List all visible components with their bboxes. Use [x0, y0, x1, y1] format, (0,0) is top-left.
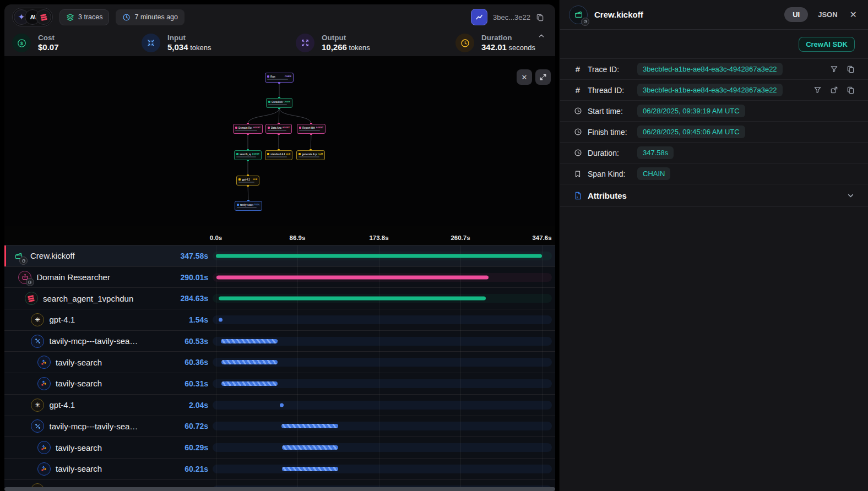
span-track [213, 443, 552, 452]
span-row[interactable]: tavily-search60.31s [4, 373, 555, 395]
clock-icon [573, 107, 582, 115]
trace-viewer-app: ✦ A\ 3 traces 7 minutes ago 3bec...3e22 [0, 0, 868, 491]
time-ago-label: 7 minutes ago [134, 13, 178, 21]
tools-icon [31, 419, 45, 433]
graph-node-domain[interactable]: Domain ResearcherAGENT [233, 124, 263, 134]
node-kind-badge: LLM [253, 178, 257, 181]
node-type-icon [237, 204, 239, 206]
details-title: Crew.kickoff [594, 10, 643, 19]
span-row[interactable]: Domain Researcher290.01s [4, 267, 555, 288]
node-kind-badge: TOOL [254, 204, 260, 206]
span-row[interactable]: ✳gpt-4.12.04s [4, 395, 555, 416]
span-duration: 60.36s [185, 358, 208, 367]
attributes-label: Attributes [588, 191, 627, 200]
node-kind-badge: AGENT [316, 127, 323, 129]
span-duration: 290.01s [180, 273, 208, 282]
span-row[interactable]: tavily-mcp---tavily-sea…60.53s [4, 331, 555, 352]
span-bar [221, 381, 278, 386]
chevron-down-icon[interactable] [847, 192, 855, 200]
span-row[interactable]: tavily-search60.36s [4, 352, 555, 373]
span-name: gpt-4.1 [50, 400, 75, 410]
span-name: tavily-mcp---tavily-sea… [50, 422, 138, 431]
field-row-spankind: Span Kind:CHAIN [560, 163, 868, 184]
span-row[interactable]: Crew.kickoff347.58s [4, 246, 555, 267]
node-type-icon [236, 153, 238, 155]
horizontal-scrollbar[interactable] [4, 487, 555, 491]
node-label: Data Analyst [271, 127, 281, 129]
span-row[interactable]: ✳gpt-4.11.54s [4, 309, 555, 331]
graph-node-report[interactable]: Report WriterAGENT [297, 124, 326, 134]
span-duration: 284.63s [180, 294, 208, 303]
span-details-panel: Crew.kickoff UI JSON ✕ CrewAI SDK #Trace… [560, 0, 868, 491]
field-row-duration: Duration:347.58s [560, 143, 868, 163]
field-row-starttime: Start time:06/28/2025, 09:39:19 AM UTC [560, 101, 868, 122]
span-row[interactable]: tavily-mcp---tavily-sea…60.72s [4, 416, 555, 438]
graph-node-crew[interactable]: Crew.kickoffCHAIN [266, 98, 292, 108]
graph-node-std[interactable]: standard & PromptLLM [265, 150, 292, 160]
graph-node-gpt[interactable]: gpt-4.1LLM [236, 176, 259, 186]
copy-icon[interactable] [536, 13, 544, 21]
traces-count-pill[interactable]: 3 traces [59, 9, 109, 25]
copy-icon[interactable] [847, 86, 855, 94]
node-kind-badge: CHAIN [284, 101, 290, 103]
span-bar [219, 318, 223, 321]
span-row[interactable]: tavily-search60.29s [4, 437, 555, 459]
tools-icon [31, 334, 45, 348]
node-kind-badge: AGENT [283, 127, 290, 129]
output-icon [296, 34, 314, 52]
span-row[interactable]: search_agent_1vpchdun284.63s [4, 288, 555, 309]
node-label: Crew.kickoff [272, 101, 283, 103]
span-bar [221, 360, 278, 364]
attributes-row[interactable]: Attributes [560, 184, 868, 207]
span-name: Domain Researcher [37, 272, 110, 282]
tab-ui[interactable]: UI [784, 7, 808, 22]
graph-node-data[interactable]: Data AnalystAGENT [265, 124, 292, 134]
external-link-icon[interactable] [830, 86, 838, 94]
graph-close-button[interactable]: ✕ [517, 69, 532, 85]
span-name: tavily-search [56, 464, 102, 473]
field-value: 3becbfed-a1be-ae84-ea3c-4942867a3e22 [637, 84, 783, 96]
trace-header-row: ✦ A\ 3 traces 7 minutes ago 3bec...3e22 [4, 4, 555, 30]
sdk-badge-row: CrewAI SDK [560, 30, 868, 59]
node-type-icon [267, 75, 269, 78]
collapse-chevron-up-icon[interactable] [538, 32, 545, 40]
node-subtext [268, 104, 287, 105]
graph-node-run[interactable]: RunCHAIN [265, 73, 294, 83]
span-track [213, 465, 552, 473]
graph-node-tav[interactable]: tavily-searchTOOL [235, 201, 262, 211]
traces-count-label: 3 traces [78, 13, 102, 21]
filter-icon[interactable] [813, 86, 822, 94]
span-bar [282, 445, 339, 450]
axis-tick: 260.7s [451, 234, 470, 241]
crewai-sdk-badge[interactable]: CrewAI SDK [799, 37, 855, 52]
node-label: tavily-search [240, 204, 253, 206]
axis-tick: 0.0s [210, 234, 222, 241]
span-bar [221, 339, 278, 343]
provider-avatars: ✦ A\ [12, 8, 53, 26]
span-fields: #Trace ID:3becbfed-a1be-ae84-ea3c-494286… [560, 59, 868, 184]
hash-icon: # [573, 85, 582, 95]
trace-chart-button[interactable] [471, 9, 487, 25]
tavily-icon [37, 462, 51, 476]
field-label: Start time: [588, 107, 633, 116]
node-label: standard & Prompt [270, 153, 285, 156]
field-value: CHAIN [637, 167, 670, 180]
axis-tick: 86.9s [290, 234, 306, 241]
trace-id-group: 3bec...3e22 [471, 9, 547, 25]
copy-icon[interactable] [847, 65, 855, 73]
span-row[interactable]: tavily-search60.21s [4, 459, 555, 480]
stat-label: Output [322, 34, 370, 42]
field-label: Trace ID: [588, 65, 633, 74]
clock-icon [573, 149, 582, 157]
span-bar [281, 424, 338, 428]
tab-json[interactable]: JSON [818, 10, 837, 19]
document-icon [573, 191, 582, 200]
graph-node-search[interactable]: search_agent_1vpchdunAGENT [234, 150, 262, 160]
filter-icon[interactable] [830, 65, 838, 73]
span-track [213, 315, 552, 324]
span-duration: 60.72s [185, 422, 208, 430]
graph-expand-button[interactable] [535, 69, 551, 85]
close-icon[interactable]: ✕ [850, 9, 857, 20]
graph-node-gen[interactable]: generate & prepareLLM [296, 150, 325, 160]
axis-tick: 173.8s [369, 234, 388, 241]
